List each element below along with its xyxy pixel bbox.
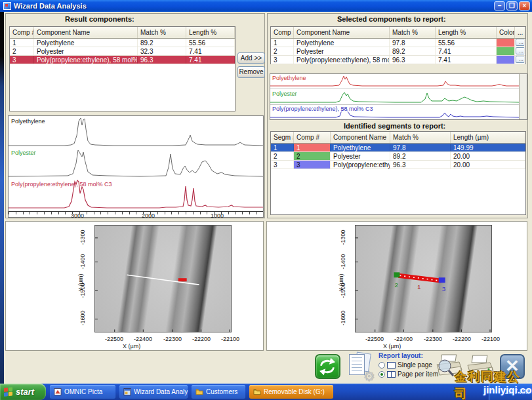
start-button[interactable]: start: [0, 384, 46, 400]
col-comp[interactable]: Comp #: [10, 27, 34, 38]
identified-segments-title: Identified segments to report:: [341, 122, 448, 130]
chart-series-label: Polyethylene: [11, 118, 45, 125]
spectrum-line-red: [270, 74, 519, 89]
remove-button[interactable]: Remove: [237, 66, 265, 78]
minimize-button[interactable]: –: [494, 1, 505, 10]
desktop-background-strip: [0, 12, 4, 384]
col-length[interactable]: Length %: [186, 27, 235, 38]
selected-components-title: Selected components to report:: [335, 15, 449, 23]
add-button[interactable]: Add >>: [237, 52, 265, 64]
omnic-picta-icon: [54, 388, 62, 395]
spectrum-label: Poly(propylene:ethylene), 58 mol% C3: [272, 106, 373, 112]
table-row[interactable]: 2 Polyester 89.2 7.41 ...: [271, 47, 525, 56]
table-row[interactable]: 3 3 Poly(propylene:ethylene... 96.3 20.0…: [271, 161, 525, 169]
taskbar: start OMNIC Picta Wizard Data Analysis C…: [0, 384, 532, 400]
taskbar-button-omnic-picta[interactable]: OMNIC Picta: [50, 385, 115, 399]
single-page-icon: [387, 362, 396, 369]
report-settings-icon[interactable]: ⚙: [348, 353, 374, 382]
app-icon: [3, 2, 11, 10]
mini-spectrum-polyester: Polyester: [270, 90, 519, 105]
segments-overlay: 2 1 3: [356, 226, 491, 332]
result-table-header[interactable]: Comp # Component Name Match % Length %: [10, 27, 235, 39]
x-axis-label: X (µm): [123, 343, 140, 350]
color-swatch-red: [497, 39, 515, 47]
x-tick: 3000: [64, 212, 91, 219]
x-tick: 2000: [135, 212, 161, 219]
x-axis-label: X (µm): [383, 343, 401, 350]
marker-2-label: 2: [394, 281, 398, 289]
comp-color-cell: 3: [294, 161, 331, 169]
taskbar-button-customers[interactable]: Customers: [192, 385, 245, 399]
comp-color-cell: 1: [294, 144, 331, 151]
maximize-button[interactable]: ❒: [506, 1, 518, 10]
color-swatch-green: [497, 47, 515, 55]
marker-1-label: 1: [417, 283, 421, 290]
single-page-option[interactable]: Single page: [379, 361, 432, 369]
wizard-icon: [123, 388, 131, 395]
table-row-selected[interactable]: 3 Poly(propylene:ethylene), 58 mol% C3 9…: [10, 56, 235, 64]
spectrum-label: Polyethylene: [272, 75, 306, 81]
window-title: Wizard Data Analysis: [14, 2, 494, 10]
chart-series-label: Poly(propylene:ethylene), 58 mol% C3: [11, 181, 112, 188]
chart-canvas: [9, 116, 263, 217]
refresh-button[interactable]: [315, 354, 340, 379]
page-per-item-icon: [387, 371, 396, 378]
marker-3-label: 3: [442, 285, 446, 292]
microscope-image[interactable]: 2 1 3: [355, 225, 492, 332]
result-components-title: Result components:: [62, 15, 137, 23]
spectrum-line-green: [270, 90, 519, 105]
selected-spectra-panel: Polyethylene Polyester Poly(propylene:et…: [270, 73, 527, 120]
selected-components-table[interactable]: Comp # Component Name Match % Length % C…: [270, 26, 526, 64]
video-image-panel-left: Y (µm) -1300 -1400 -1500 -1600 -22500 -2…: [5, 221, 264, 351]
table-row[interactable]: 2 2 Polyester 89.2 20.00: [271, 152, 525, 161]
x-tick: 1000: [204, 212, 230, 219]
table-row-selected[interactable]: 1 1 Polyethylene 97.8 149.99: [271, 144, 525, 152]
spectra-scrollbar[interactable]: [519, 74, 527, 119]
report-layout-label: Report layout:: [379, 352, 423, 359]
col-name[interactable]: Component Name: [34, 27, 138, 38]
color-swatch-blue: [497, 56, 515, 64]
selected-table-header[interactable]: Comp # Component Name Match % Length % C…: [271, 27, 525, 39]
identified-segments-table[interactable]: Segm # Comp # Component Name Match % Len…: [270, 131, 526, 215]
col-match[interactable]: Match %: [138, 27, 186, 38]
taskbar-button-removable-disk[interactable]: Removable Disk (G:): [249, 385, 333, 399]
color-picker-button[interactable]: ...: [516, 56, 525, 63]
table-row[interactable]: 1 Polyethylene 97.8 55.56 ...: [271, 39, 525, 47]
spectrum-label: Polyester: [272, 90, 297, 97]
microscope-image[interactable]: [94, 225, 232, 332]
watermark-site: jinliyiqi.com: [483, 384, 532, 395]
spectra-chart[interactable]: Polyethylene Polyester Poly(propylene:et…: [8, 115, 264, 218]
color-picker-button[interactable]: ...: [516, 39, 525, 46]
segments-table-header[interactable]: Segm # Comp # Component Name Match % Len…: [271, 132, 525, 144]
radio-single-page[interactable]: [379, 362, 385, 369]
sync-arrows-icon: [317, 356, 338, 377]
window-titlebar: Wizard Data Analysis – ❒ ×: [0, 0, 532, 12]
folder-icon: [195, 388, 203, 395]
color-picker-button[interactable]: ...: [516, 47, 525, 54]
close-button[interactable]: ×: [519, 1, 530, 10]
result-components-table[interactable]: Comp # Component Name Match % Length % 1…: [9, 26, 235, 111]
table-row[interactable]: 3 Poly(propylene:ethylene), 58 mol% C3 9…: [271, 56, 525, 64]
mini-spectrum-poly-propylene: Poly(propylene:ethylene), 58 mol% C3: [270, 105, 519, 120]
table-row[interactable]: 1 Polyethylene 89.2 55.56: [10, 39, 235, 47]
page-per-item-option[interactable]: Page per item: [379, 370, 438, 378]
comp-color-cell: 2: [294, 152, 331, 160]
screen: Wizard Data Analysis – ❒ × Result compon…: [0, 0, 532, 400]
video-image-panel-right: Y (µm) -1300 -1400 -1500 -1600 2 1 3: [266, 221, 527, 351]
table-row[interactable]: 2 Polyester 32.3 7.41: [10, 47, 235, 56]
gear-icon: ⚙: [363, 369, 375, 384]
taskbar-button-wizard-data-analysis[interactable]: Wizard Data Analysis: [119, 385, 188, 399]
mini-spectrum-polyethylene: Polyethylene: [270, 74, 519, 89]
radio-page-per-item[interactable]: [379, 371, 385, 378]
folder-icon: [253, 388, 261, 395]
windows-logo-icon: [4, 387, 13, 397]
chart-series-label: Polyester: [11, 150, 36, 156]
measurement-overlay: [95, 226, 231, 332]
